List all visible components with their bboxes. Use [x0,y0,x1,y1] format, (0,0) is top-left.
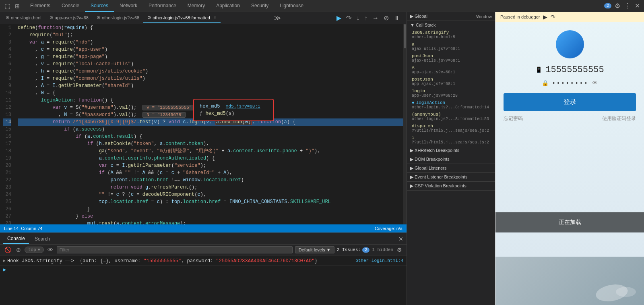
file-tab-bar: ⊙ other-login.html ⊙ app-user.js?v=68 ⊙ … [0,12,407,24]
eye-icon[interactable]: 👁 [592,80,598,87]
issues-badge: 2 [604,3,611,8]
console-filter-input[interactable] [57,246,293,253]
main-tab-bar: Elements Console Sources Network Perform… [25,0,601,12]
password-display: 🔒 •••••••• 👁 [542,80,597,87]
line-numbers: 12345 678910 11121314 1516171819 2021222… [0,24,14,224]
toolbar-right: 2 ⚙ ⋮ ✕ [601,1,644,10]
phone-display: 📱 15555555555 [535,65,604,75]
active-frame-dot: ● [412,100,415,105]
phone-number: 15555555555 [545,65,604,75]
clear-console-btn[interactable]: 🚫 [3,246,12,253]
resume-btn[interactable]: ▶ [335,13,343,23]
call-stack-item[interactable]: a ajax-utils.js?v=68:1 [407,41,495,52]
close-console-btn[interactable]: ✕ [398,236,403,242]
xhr-breakpoints-header[interactable]: ▶ XHR/fetch Breakpoints [407,146,495,155]
right-panel: ▶ Global Window ▼ Call Stack JSON.string… [407,12,495,305]
console-stop-btn[interactable]: ⊘ [15,246,22,253]
tab-console[interactable]: Console [56,0,85,12]
hidden-count: 1 hidden [372,247,393,252]
tab-sources[interactable]: Sources [85,0,114,12]
global-listeners-header[interactable]: ▶ Global Listeners [407,164,495,172]
tooltip-signature: ƒ hex_md5(s) [200,111,267,116]
tab-network[interactable]: Network [114,0,143,12]
app-login-button[interactable]: 登录 [504,93,636,111]
console-log-text: Hook JSON.stringify ——> {auth: {…}, user… [7,258,347,264]
event-listener-breakpoints-header[interactable]: ▶ Event Listener Breakpoints [407,173,495,181]
tab-performance[interactable]: Performance [143,0,182,12]
tab-elements[interactable]: Elements [25,0,56,12]
console-settings-btn[interactable]: ⚙ [396,246,403,253]
inspect-element-btn[interactable]: ⬚ [3,2,12,10]
call-stack-item[interactable]: postJson app-ajax.js?v=68:1 [407,76,495,87]
more-tabs-btn[interactable]: ≫ [272,13,283,23]
coverage-label: Coverage: n/a [375,226,402,231]
console-log-item: ▶ Hook JSON.stringify ——> {auth: {…}, us… [0,257,407,266]
call-stack-section: ▼ Call Stack JSON.stringify other-login.… [407,21,495,146]
console-tab-search[interactable]: Search [31,234,54,243]
eye-btn[interactable]: 👁 [46,246,54,253]
tab-lighthouse[interactable]: Lighthouse [274,0,309,12]
call-stack-item[interactable]: (anonymous) other-login.js?...8:formatte… [407,111,495,122]
file-tab-app-user[interactable]: ⊙ app-user.js?v=68 [45,13,93,23]
call-stack-item[interactable]: JSON.stringify other-login.html:5 [407,29,495,41]
console-tab-console[interactable]: Console [3,234,29,244]
close-tab-icon[interactable]: ✕ [213,15,217,20]
settings-btn[interactable]: ⚙ [614,1,621,10]
step-out-btn[interactable]: ↑ [363,14,369,23]
close-btn[interactable]: ✕ [634,1,641,10]
tab-security[interactable]: Security [246,0,274,12]
file-tab-other-login-html[interactable]: ⊙ other-login.html [2,13,45,23]
csp-violation-breakpoints-header[interactable]: ▶ CSP Violation Breakpoints [407,182,495,190]
call-stack-item[interactable]: dispatch ??utils/html5.j...seajs/sea.js:… [407,122,495,134]
more-btn[interactable]: ⋮ [623,1,632,10]
phone-icon: 📱 [535,66,542,73]
call-stack-active-item[interactable]: ●loginAction other-login.js?...8:formatt… [407,99,495,111]
password-dots: •••••••• [552,80,588,87]
call-stack-header[interactable]: ▼ Call Stack [407,21,495,29]
pause-on-exceptions-btn[interactable]: ⏸ [392,14,402,23]
tab-file-icon: ⊙ [147,15,151,20]
deactivate-breakpoints-btn[interactable]: ⊘ [382,13,390,23]
scope-header[interactable]: ▶ Global Window [407,12,495,21]
step-btn[interactable]: → [371,14,380,23]
tab-memory[interactable]: Memory [182,0,211,12]
device-toolbar-btn[interactable]: ⊞ [13,2,21,10]
call-stack-item[interactable]: login app-user.js?v=68:28 [407,87,495,99]
hex-md5-tooltip: hex_md5 md5.js?v=68:1 ƒ hex_md5(s) [193,99,274,121]
resume-execution-btn[interactable]: ▶ [543,14,547,20]
tab-file-icon: ⊙ [6,15,9,20]
tooltip-link[interactable]: md5.js?v=68:1 [226,104,260,109]
console-tab-bar: Console Search ✕ [0,233,407,245]
app-avatar [556,30,584,58]
sms-login-link[interactable]: 使用验证码登录 [602,115,636,122]
step-into-btn[interactable]: ↓ [355,14,361,23]
call-stack-item[interactable]: i ??utils/html5.j...seajs/sea.js:2 [407,134,495,146]
paused-label: Paused in debugger [500,15,540,19]
tooltip-title: hex_md5 md5.js?v=68:1 [200,104,267,109]
context-label: top [28,247,36,252]
scope-section: ▶ Global Window [407,12,495,21]
call-stack-item[interactable]: postJson ajax-utils.js?v=68:1 [407,52,495,64]
tab-application[interactable]: Application [211,0,246,12]
status-bar: Line 14, Column 74 Coverage: n/a [0,224,407,232]
step-over-btn[interactable]: ↷ [345,13,353,23]
file-tab-other-login-js[interactable]: ⊙ other-login.js?v=68 [93,13,143,23]
call-stack-item[interactable]: A app-ajax.js?v=68:1 [407,64,495,76]
forgot-password-link[interactable]: 忘记密码 [504,115,523,122]
file-tab-formatted[interactable]: ⊙ other-login.js?v=68:formatted ✕ [143,13,221,23]
console-source-link[interactable]: other-login.html:4 [347,258,403,263]
console-prompt: ▶ [0,266,407,274]
scrollbar-thumb[interactable] [404,24,406,48]
levels-dropdown[interactable]: Default levels ▼ [295,246,334,253]
scope-label: ▶ Global [410,14,427,19]
vertical-scrollbar[interactable] [403,24,407,224]
tab-file-icon: ⊙ [97,15,100,20]
issues-count: 2 [362,247,369,253]
step-over-execution-btn[interactable]: ↷ [551,14,555,20]
cursor-position: Line 14, Column 74 [4,226,42,231]
bottom-panel: Console Search ✕ 🚫 ⊘ top ▼ 👁 Default lev… [0,232,407,305]
dom-breakpoints-header[interactable]: ▶ DOM Breakpoints [407,155,495,164]
debug-controls: ▶ ↷ ↓ ↑ → ⊘ ⏸ [335,13,402,23]
expand-icon[interactable]: ▶ [3,258,6,263]
console-output: ▶ Hook JSON.stringify ——> {auth: {…}, us… [0,255,407,305]
